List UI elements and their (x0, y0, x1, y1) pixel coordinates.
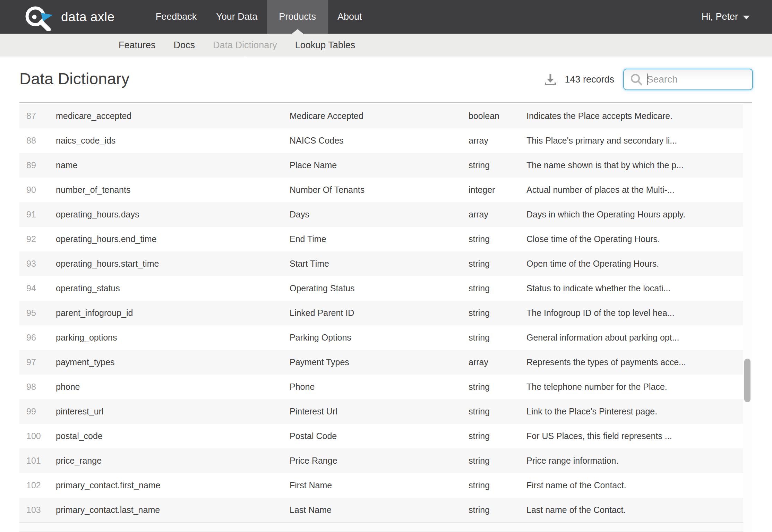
user-greeting: Hi, Peter (702, 11, 738, 22)
field-description: Price range information. (526, 448, 618, 473)
row-number: 95 (26, 301, 51, 325)
download-button[interactable] (544, 73, 556, 86)
field-description: This Place's primary and secondary li... (526, 128, 677, 153)
table-row[interactable]: 98 phone Phone string The telephone numb… (19, 375, 743, 399)
field-name: parent_infogroup_id (56, 301, 133, 325)
field-description: Close time of the Operating Hours. (526, 227, 660, 251)
display-name: Number Of Tenants (290, 178, 364, 202)
field-type: string (469, 498, 490, 522)
row-number: 93 (26, 251, 51, 276)
subnav-item-data-dictionary[interactable]: Data Dictionary (213, 40, 277, 51)
field-name: name (56, 153, 78, 178)
field-name: primary_contact.last_name (56, 498, 160, 522)
field-description: Days in which the Operating Hours apply. (526, 202, 685, 227)
table-row[interactable]: 89 name Place Name string The name shown… (19, 153, 743, 178)
row-number: 87 (26, 104, 51, 128)
table-row[interactable]: 99 pinterest_url Pinterest Url string Li… (19, 399, 743, 424)
table-row[interactable]: 101 price_range Price Range string Price… (19, 448, 743, 473)
row-number: 100 (26, 424, 51, 448)
table-row[interactable]: 97 payment_types Payment Types array Rep… (19, 350, 743, 375)
display-name: NAICS Codes (290, 128, 344, 153)
field-type: string (469, 399, 490, 424)
search-box[interactable] (623, 69, 753, 90)
row-number: 89 (26, 153, 51, 178)
field-description: Actual number of places at the Multi-... (526, 178, 675, 202)
field-description: General information about parking opt... (526, 325, 679, 350)
row-number: 97 (26, 350, 51, 375)
products-subnav: FeaturesDocsData DictionaryLookup Tables (0, 34, 772, 57)
field-type: string (469, 424, 490, 448)
field-name: price_range (56, 448, 102, 473)
field-description: Link to the Place's Pinterest page. (526, 399, 657, 424)
field-name: naics_code_ids (56, 128, 115, 153)
topnav-item-feedback[interactable]: Feedback (146, 0, 207, 34)
download-icon (544, 73, 556, 86)
field-type: array (469, 350, 488, 375)
field-name: number_of_tenants (56, 178, 130, 202)
display-name: Price Range (290, 448, 337, 473)
display-name: Linked Parent ID (290, 301, 354, 325)
field-type: string (469, 276, 490, 301)
row-number: 99 (26, 399, 51, 424)
user-menu[interactable]: Hi, Peter (702, 11, 750, 22)
topnav-item-your-data[interactable]: Your Data (206, 0, 267, 34)
data-dictionary-table: 87 medicare_accepted Medicare Accepted b… (19, 102, 752, 532)
field-type: string (469, 448, 490, 473)
subnav-item-lookup-tables[interactable]: Lookup Tables (295, 40, 355, 51)
scrollbar-thumb[interactable] (744, 359, 750, 402)
field-name: operating_hours.days (56, 202, 139, 227)
field-name: parking_options (56, 325, 117, 350)
field-type: string (469, 251, 490, 276)
display-name: Payment Types (290, 350, 349, 375)
table-row[interactable]: 87 medicare_accepted Medicare Accepted b… (19, 104, 743, 128)
row-number: 103 (26, 498, 51, 522)
field-name: operating_hours.end_time (56, 227, 156, 251)
page-title: Data Dictionary (19, 69, 129, 88)
field-name: operating_status (56, 276, 120, 301)
display-name: Start Time (290, 251, 329, 276)
table-rows: 87 medicare_accepted Medicare Accepted b… (19, 104, 743, 522)
field-description: Open time of the Operating Hours. (526, 251, 659, 276)
topnav-item-about[interactable]: About (328, 0, 372, 34)
table-row[interactable]: 94 operating_status Operating Status str… (19, 276, 743, 301)
field-name: primary_contact.first_name (56, 473, 161, 498)
display-name: End Time (290, 227, 326, 251)
table-row[interactable]: 91 operating_hours.days Days array Days … (19, 202, 743, 227)
table-row[interactable]: 100 postal_code Postal Code string For U… (19, 424, 743, 448)
display-name: Medicare Accepted (290, 104, 363, 128)
field-description: The telephone number for the Place. (526, 375, 667, 399)
top-navigation-bar: data axle FeedbackYour DataProductsAbout… (0, 0, 772, 34)
row-number: 101 (26, 448, 51, 473)
topnav-item-products[interactable]: Products (267, 0, 328, 34)
table-row[interactable]: 88 naics_code_ids NAICS Codes array This… (19, 128, 743, 153)
field-description: First name of the Contact. (526, 473, 626, 498)
table-row[interactable]: 96 parking_options Parking Options strin… (19, 325, 743, 350)
topnav-menu: FeedbackYour DataProductsAbout (146, 0, 372, 34)
row-number: 102 (26, 473, 51, 498)
row-number: 88 (26, 128, 51, 153)
field-description: Indicates the Place accepts Medicare. (526, 104, 672, 128)
display-name: Last Name (290, 498, 332, 522)
table-row[interactable]: 93 operating_hours.start_time Start Time… (19, 251, 743, 276)
field-description: The name shown is that by which the p... (526, 153, 684, 178)
vertical-scrollbar[interactable] (743, 104, 752, 532)
table-row[interactable]: 90 number_of_tenants Number Of Tenants i… (19, 178, 743, 202)
table-row[interactable]: 102 primary_contact.first_name First Nam… (19, 473, 743, 498)
display-name: Pinterest Url (290, 399, 337, 424)
table-row[interactable]: 92 operating_hours.end_time End Time str… (19, 227, 743, 251)
table-row[interactable]: 95 parent_infogroup_id Linked Parent ID … (19, 301, 743, 325)
display-name: First Name (290, 473, 332, 498)
subnav-item-docs[interactable]: Docs (174, 40, 195, 51)
subnav-item-features[interactable]: Features (119, 40, 156, 51)
field-type: boolean (469, 104, 499, 128)
table-row[interactable]: 103 primary_contact.last_name Last Name … (19, 498, 743, 522)
field-type: array (469, 128, 488, 153)
field-type: string (469, 301, 490, 325)
next-row-partial (19, 522, 743, 532)
field-type: integer (469, 178, 495, 202)
display-name: Postal Code (290, 424, 337, 448)
search-input[interactable] (647, 69, 751, 89)
field-description: Last name of the Contact. (526, 498, 626, 522)
field-name: medicare_accepted (56, 104, 131, 128)
data-axle-logo[interactable]: data axle (19, 3, 115, 31)
